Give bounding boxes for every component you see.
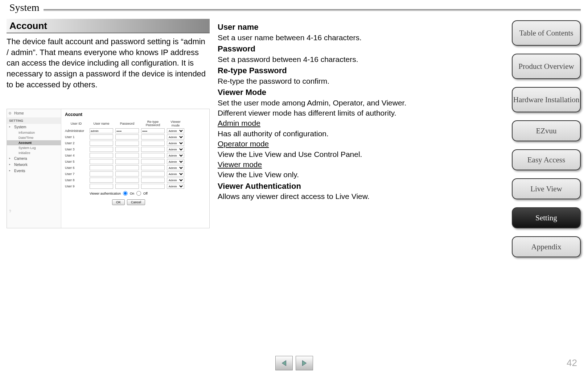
nav-toc[interactable]: Table of Contents xyxy=(512,20,581,46)
sidebar-systemlog[interactable]: System Log xyxy=(7,145,61,150)
admin-mode-select[interactable]: Admin xyxy=(167,128,184,133)
user-retype-input[interactable] xyxy=(141,171,165,176)
user-mode-select[interactable]: Admin xyxy=(167,141,184,146)
user-retype-input[interactable] xyxy=(141,147,165,152)
sidebar-camera[interactable]: Camera xyxy=(7,155,61,162)
sidebar-network[interactable]: Network xyxy=(7,162,61,168)
hdr-retype: Re-type Password xyxy=(141,120,165,127)
sidebar-events[interactable]: Events xyxy=(7,168,61,174)
user-mode-select[interactable]: Admin xyxy=(167,134,184,140)
user-password-input[interactable] xyxy=(115,184,139,189)
table-header-row: User ID User name Password Re-type Passw… xyxy=(65,120,206,127)
user-row: User 1Admin xyxy=(65,134,206,140)
auth-on-radio[interactable] xyxy=(123,191,128,196)
settings-main-title: Account xyxy=(65,112,206,117)
user-retype-input[interactable] xyxy=(141,134,165,140)
nav-appendix[interactable]: Appendix xyxy=(512,236,581,257)
user-row: User 2Admin xyxy=(65,141,206,146)
title-divider xyxy=(44,9,581,11)
settings-main: Account User ID User name Password Re-ty… xyxy=(65,112,206,205)
hdr-username: User name xyxy=(90,122,113,125)
sidebar-account[interactable]: Account xyxy=(7,140,61,145)
viewer-auth-label: Viewer authentication xyxy=(90,192,121,195)
help-icon[interactable]: ? xyxy=(9,209,11,213)
user-password-input[interactable] xyxy=(115,165,139,170)
user-password-input[interactable] xyxy=(115,141,139,146)
def-retype-desc: Re-type the password to confirm. xyxy=(218,76,421,86)
admin-username-input[interactable] xyxy=(90,128,113,133)
user-retype-input[interactable] xyxy=(141,141,165,146)
user-password-input[interactable] xyxy=(115,178,139,183)
user-row: User 5Admin xyxy=(65,159,206,164)
user-username-input[interactable] xyxy=(90,165,113,170)
user-retype-input[interactable] xyxy=(141,178,165,183)
user-username-input[interactable] xyxy=(90,153,113,158)
nav-product-overview[interactable]: Product Overview xyxy=(512,54,581,79)
user-mode-select[interactable]: Admin xyxy=(167,178,184,183)
user-username-input[interactable] xyxy=(90,147,113,152)
admin-password-input[interactable] xyxy=(115,128,139,133)
user-label: User 8 xyxy=(65,178,87,182)
viewer-auth-row: Viewer authentication On Off xyxy=(65,191,206,196)
user-label: User 2 xyxy=(65,141,87,145)
user-mode-select[interactable]: Admin xyxy=(167,171,184,176)
sidebar-home[interactable]: Home xyxy=(7,109,61,117)
user-label: User 5 xyxy=(65,160,87,163)
nav-hardware-installation[interactable]: Hardware Installation xyxy=(512,87,581,112)
arrow-right-icon xyxy=(300,359,308,367)
user-username-input[interactable] xyxy=(90,134,113,140)
user-username-input[interactable] xyxy=(90,178,113,183)
sidebar-setting-header: SETTING xyxy=(7,117,61,124)
user-password-input[interactable] xyxy=(115,134,139,140)
def-operator-mode-desc: View the Live View and Use Control Panel… xyxy=(218,149,421,159)
nav-setting[interactable]: Setting xyxy=(512,207,581,228)
user-mode-select[interactable]: Admin xyxy=(167,184,184,189)
user-retype-input[interactable] xyxy=(141,184,165,189)
def-auth-desc: Allows any viewer direct access to Live … xyxy=(218,191,421,201)
user-username-input[interactable] xyxy=(90,141,113,146)
sidebar-initialize[interactable]: Initialize xyxy=(7,150,61,155)
ok-button[interactable]: OK xyxy=(112,199,125,205)
user-label: User 7 xyxy=(65,172,87,176)
next-page-button[interactable] xyxy=(296,356,313,370)
user-mode-select[interactable]: Admin xyxy=(167,165,184,170)
admin-row: Administrator Admin xyxy=(65,128,206,133)
user-retype-input[interactable] xyxy=(141,159,165,164)
user-row: User 7Admin xyxy=(65,171,206,176)
def-retype-title: Re-type Password xyxy=(218,65,421,76)
user-username-input[interactable] xyxy=(90,159,113,164)
sidebar-information[interactable]: Information xyxy=(7,130,61,135)
def-password-desc: Set a password between 4-16 characters. xyxy=(218,54,421,65)
auth-off-label: Off xyxy=(143,192,148,195)
user-username-input[interactable] xyxy=(90,184,113,189)
cancel-button[interactable]: Cancel xyxy=(127,199,145,205)
auth-off-radio[interactable] xyxy=(136,191,141,196)
user-retype-input[interactable] xyxy=(141,153,165,158)
page-number: 42 xyxy=(567,357,577,369)
user-password-input[interactable] xyxy=(115,153,139,158)
user-username-input[interactable] xyxy=(90,171,113,176)
user-password-input[interactable] xyxy=(115,171,139,176)
sidebar-datetime[interactable]: Date/Time xyxy=(7,135,61,140)
def-admin-mode-title: Admin mode xyxy=(218,118,421,128)
user-password-input[interactable] xyxy=(115,159,139,164)
hdr-password: Password xyxy=(115,122,139,125)
settings-sidebar: Home SETTING System Information Date/Tim… xyxy=(7,109,61,228)
admin-retype-input[interactable] xyxy=(141,128,165,133)
user-mode-select[interactable]: Admin xyxy=(167,153,184,158)
def-operator-mode-title: Operator mode xyxy=(218,139,421,149)
def-viewermode-title: Viewer Mode xyxy=(218,87,421,98)
nav-easy-access[interactable]: Easy Access xyxy=(512,149,581,170)
prev-page-button[interactable] xyxy=(275,356,293,370)
user-password-input[interactable] xyxy=(115,147,139,152)
hdr-userid: User ID xyxy=(65,122,87,125)
user-mode-select[interactable]: Admin xyxy=(167,159,184,164)
nav-sidebar: Table of Contents Product Overview Hardw… xyxy=(512,20,581,257)
nav-live-view[interactable]: Live View xyxy=(512,178,581,199)
user-retype-input[interactable] xyxy=(141,165,165,170)
user-mode-select[interactable]: Admin xyxy=(167,147,184,152)
sidebar-system[interactable]: System xyxy=(7,124,61,130)
user-label: User 4 xyxy=(65,154,87,157)
user-label: User 6 xyxy=(65,166,87,170)
nav-ezvuu[interactable]: EZvuu xyxy=(512,120,581,141)
